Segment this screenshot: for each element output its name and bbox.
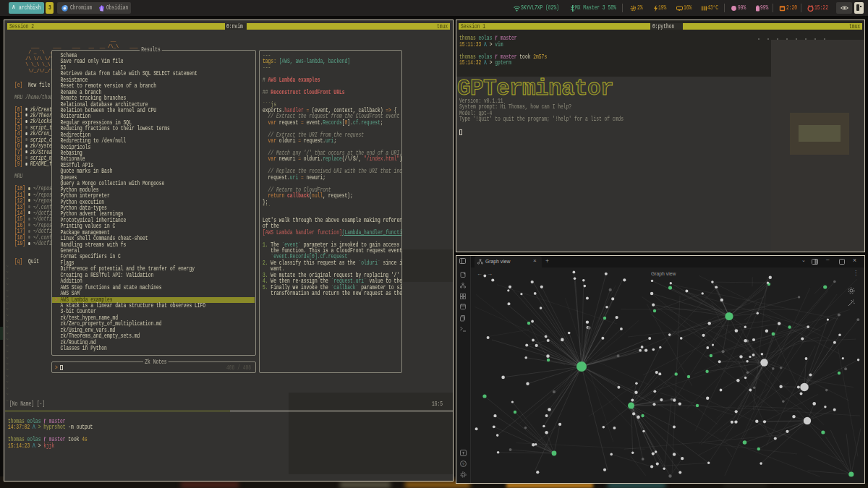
svg-text:?: ?: [462, 462, 465, 466]
